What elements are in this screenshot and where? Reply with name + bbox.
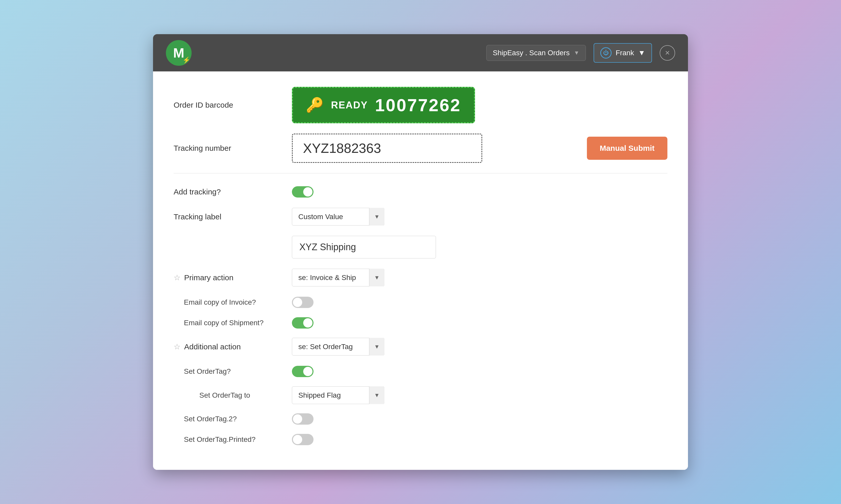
- tracking-label-field-label: Tracking label: [174, 213, 281, 221]
- tracking-label-row: Tracking label Custom Value ▼: [174, 208, 667, 226]
- order-id-row: Order ID barcode 🔑 READY 10077262: [174, 87, 667, 123]
- custom-value-input[interactable]: XYZ Shipping: [292, 236, 436, 258]
- additional-action-row: ☆ Additional action se: Set OrderTag ▼: [174, 338, 667, 356]
- additional-action-select-wrapper: se: Set OrderTag ▼: [292, 338, 384, 356]
- set-ordertag-to-select[interactable]: Shipped Flag: [292, 386, 384, 404]
- set-ordertag-toggle[interactable]: [292, 366, 313, 377]
- set-ordertag-to-select-wrapper: Shipped Flag ▼: [292, 386, 384, 404]
- order-number: 10077262: [375, 95, 461, 115]
- additional-action-select[interactable]: se: Set OrderTag: [292, 338, 384, 356]
- set-ordertag-row: Set OrderTag?: [174, 366, 667, 377]
- set-ordertag-label: Set OrderTag?: [174, 367, 281, 376]
- set-ordertag-to-row: Set OrderTag to Shipped Flag ▼: [174, 386, 667, 404]
- key-icon: 🔑: [306, 96, 324, 113]
- primary-action-select-wrapper: se: Invoice & Ship ▼: [292, 269, 384, 286]
- add-tracking-label: Add tracking?: [174, 187, 281, 196]
- user-name-label: Frank: [616, 49, 634, 57]
- manual-submit-button[interactable]: Manual Submit: [587, 137, 667, 160]
- email-invoice-row: Email copy of Invoice?: [174, 297, 667, 308]
- primary-action-label-wrapper: ☆ Primary action: [174, 273, 281, 282]
- set-ordertag2-label: Set OrderTag.2?: [174, 415, 281, 423]
- email-invoice-label: Email copy of Invoice?: [174, 298, 281, 306]
- tracking-number-input[interactable]: XYZ1882363: [292, 133, 482, 163]
- close-button[interactable]: ×: [660, 45, 675, 61]
- primary-action-row: ☆ Primary action se: Invoice & Ship ▼: [174, 269, 667, 286]
- set-ordertag2-row: Set OrderTag.2?: [174, 413, 667, 425]
- set-ordertag2-toggle[interactable]: [292, 413, 313, 425]
- logo-lightning: ⚡: [183, 56, 190, 64]
- app-selector[interactable]: ShipEasy . Scan Orders ▼: [486, 45, 586, 61]
- chevron-down-icon: ▼: [574, 50, 580, 56]
- tracking-number-label: Tracking number: [174, 144, 281, 152]
- divider: [174, 173, 667, 174]
- header-right: ShipEasy . Scan Orders ▼ ⏻ Frank ▼ ×: [486, 43, 675, 63]
- set-ordertag-printed-label: Set OrderTag.Printed?: [174, 435, 281, 444]
- tracking-label-select-wrapper: Custom Value ▼: [292, 208, 384, 226]
- additional-action-label: Additional action: [184, 342, 241, 351]
- primary-action-select[interactable]: se: Invoice & Ship: [292, 269, 384, 286]
- user-chevron-icon: ▼: [638, 49, 645, 57]
- additional-action-label-wrapper: ☆ Additional action: [174, 342, 281, 351]
- additional-star-icon: ☆: [174, 342, 181, 351]
- set-ordertag-printed-toggle[interactable]: [292, 434, 313, 445]
- logo: ⚡: [166, 40, 192, 66]
- app-selector-label: ShipEasy . Scan Orders: [493, 49, 570, 57]
- add-tracking-row: Add tracking?: [174, 186, 667, 198]
- header: ⚡ ShipEasy . Scan Orders ▼ ⏻ Frank ▼ ×: [153, 34, 688, 71]
- email-shipment-toggle[interactable]: [292, 317, 313, 328]
- order-id-label: Order ID barcode: [174, 101, 281, 109]
- tracking-label-select[interactable]: Custom Value: [292, 208, 384, 226]
- user-button[interactable]: ⏻ Frank ▼: [594, 43, 652, 63]
- email-shipment-label: Email copy of Shipment?: [174, 319, 281, 327]
- add-tracking-toggle[interactable]: [292, 186, 313, 198]
- power-icon: ⏻: [600, 47, 612, 58]
- star-icon: ☆: [174, 273, 181, 282]
- custom-value-row: XYZ Shipping: [174, 236, 667, 258]
- main-content: Order ID barcode 🔑 READY 10077262 Tracki…: [153, 71, 688, 470]
- primary-action-label: Primary action: [184, 273, 234, 282]
- tracking-number-row: Tracking number XYZ1882363 Manual Submit: [174, 133, 667, 163]
- set-ordertag-to-label: Set OrderTag to: [174, 391, 281, 399]
- app-window: ⚡ ShipEasy . Scan Orders ▼ ⏻ Frank ▼ × O…: [153, 34, 688, 470]
- barcode-display: 🔑 READY 10077262: [292, 87, 475, 123]
- order-status: READY: [331, 100, 368, 111]
- email-shipment-row: Email copy of Shipment?: [174, 317, 667, 328]
- set-ordertag-printed-row: Set OrderTag.Printed?: [174, 434, 667, 445]
- email-invoice-toggle[interactable]: [292, 297, 313, 308]
